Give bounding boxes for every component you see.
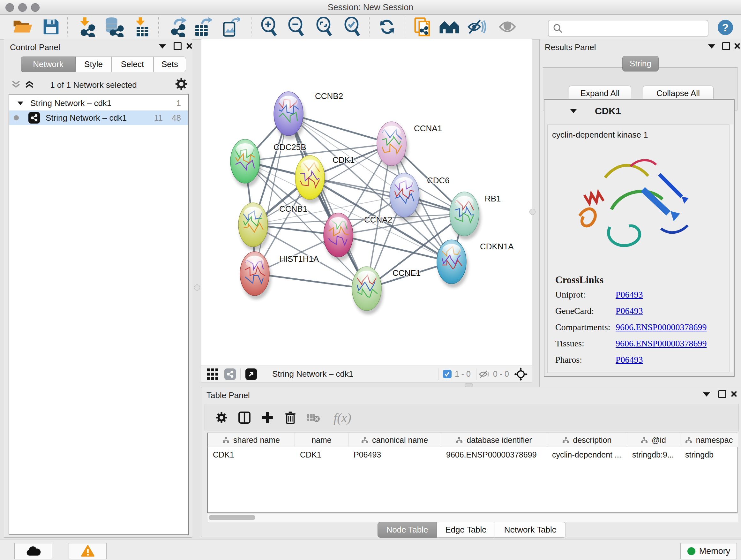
edge-CCNA2-CDKN1A[interactable] — [338, 235, 452, 262]
edge-HIST1H1A-CCNE1[interactable] — [255, 273, 367, 289]
import-table-file-button[interactable] — [130, 17, 154, 37]
crosslink-label: Pharos: — [555, 355, 582, 365]
hidden-eye-slash-icon[interactable] — [478, 369, 490, 379]
table-cell[interactable]: cyclin-dependent ... — [547, 448, 627, 461]
node-RB1[interactable]: RB1 — [450, 192, 501, 240]
help-button[interactable]: ? — [718, 20, 733, 35]
node-label-HIST1H1A: HIST1H1A — [279, 254, 319, 264]
zoom-in-button[interactable] — [257, 17, 281, 37]
zoom-out-button[interactable] — [284, 17, 308, 37]
node-CCNA2[interactable]: CCNA2 — [324, 213, 392, 261]
zoom-fit-button[interactable] — [313, 17, 336, 37]
grid-view-icon[interactable] — [206, 368, 219, 380]
duplicate-network-button[interactable] — [411, 17, 434, 37]
table-panel-float-icon[interactable] — [718, 390, 726, 398]
zoom-selected-button[interactable] — [340, 17, 364, 37]
import-network-file-button[interactable] — [75, 17, 98, 37]
network-graph[interactable]: CCNB2CCNA1CDC25BCDK1CDC6RB1CCNB1CCNA2CDK… — [201, 39, 532, 366]
gene-section-collapse-icon[interactable] — [570, 109, 577, 113]
tab-node-table[interactable]: Node Table — [378, 522, 437, 538]
tab-string[interactable]: String — [622, 56, 659, 71]
table-options-gear-icon[interactable] — [210, 411, 233, 424]
results-panel-menu-icon[interactable] — [708, 44, 715, 49]
table-cell[interactable]: stringdb:9... — [627, 448, 680, 461]
crosslink-link[interactable]: P06493 — [616, 290, 643, 300]
left-splitter-handle[interactable] — [194, 285, 200, 291]
cloud-status-button[interactable] — [14, 543, 52, 559]
toolbar-separator — [404, 17, 404, 37]
control-panel-menu-icon[interactable] — [159, 44, 166, 49]
show-columns-icon[interactable] — [233, 411, 256, 424]
column-header-description[interactable]: description — [547, 433, 627, 447]
crosslink-link[interactable]: P06493 — [616, 355, 643, 365]
node-CDC6[interactable]: CDC6 — [390, 173, 450, 221]
network-row-selected[interactable]: String Network – cdk1 11 48 — [9, 111, 188, 125]
table-cell[interactable]: stringdb — [680, 448, 738, 461]
edge-CCNB2-HIST1H1A[interactable] — [255, 114, 288, 273]
search-input[interactable] — [566, 23, 708, 34]
table-cell[interactable]: CDK1 — [295, 448, 348, 461]
warnings-button[interactable] — [69, 543, 107, 559]
save-floppy-icon — [42, 18, 60, 36]
collapse-all-networks-icon[interactable] — [10, 79, 21, 89]
node-CDKN1A[interactable]: CDKN1A — [437, 240, 514, 288]
expand-all-button[interactable]: Expand All — [569, 85, 631, 101]
table-h-scrollbar[interactable] — [207, 514, 738, 522]
column-header--id[interactable]: @id — [627, 433, 680, 447]
selected-nodes-checkbox[interactable] — [443, 370, 452, 378]
column-header-database-identifier[interactable]: database identifier — [441, 433, 547, 447]
memory-button[interactable]: Memory — [680, 543, 737, 559]
table-panel-menu-icon[interactable] — [703, 392, 710, 396]
create-column-plus-icon[interactable] — [256, 412, 279, 424]
control-panel-float-icon[interactable] — [174, 42, 182, 50]
network-canvas[interactable]: CCNB2CCNA1CDC25BCDK1CDC6RB1CCNB1CCNA2CDK… — [201, 39, 532, 366]
network-view-type-icon[interactable] — [224, 368, 236, 380]
tab-network-table[interactable]: Network Table — [495, 522, 566, 538]
results-panel-title: Results Panel — [545, 43, 596, 52]
collection-expand-icon[interactable] — [17, 102, 23, 105]
export-table-button[interactable] — [191, 17, 214, 37]
apply-layout-button[interactable] — [375, 17, 399, 37]
open-session-button[interactable] — [10, 17, 34, 37]
fit-content-crosshair-icon[interactable] — [514, 368, 528, 381]
control-panel-close-icon[interactable] — [186, 43, 193, 50]
tab-sets[interactable]: Sets — [153, 57, 186, 72]
column-header-namespac[interactable]: namespac — [680, 433, 738, 447]
node-HIST1H1A[interactable]: HIST1H1A — [240, 252, 319, 300]
tab-style[interactable]: Style — [76, 57, 111, 72]
results-panel-close-icon[interactable] — [734, 43, 741, 50]
table-cell[interactable]: CDK1 — [208, 448, 295, 461]
table-cell[interactable]: P06493 — [348, 448, 441, 461]
delete-column-trash-icon[interactable] — [279, 411, 302, 424]
table-cell[interactable]: 9606.ENSP00000378699 — [441, 448, 547, 461]
table-panel-close-icon[interactable] — [731, 390, 738, 397]
show-all-button[interactable] — [495, 17, 519, 37]
results-panel-float-icon[interactable] — [722, 42, 730, 50]
tab-select[interactable]: Select — [111, 57, 153, 72]
zoom-fit-icon — [315, 17, 334, 37]
column-header-name[interactable]: name — [295, 433, 348, 447]
network-collection-row[interactable]: String Network – cdk1 1 — [9, 96, 188, 111]
export-image-button[interactable] — [219, 17, 242, 37]
gene-details: cyclin-dependent kinase 1 CrossLinks Uni… — [547, 125, 729, 373]
collapse-all-button[interactable]: Collapse All — [643, 85, 714, 101]
crosslink-link[interactable]: 9606.ENSP00000378699 — [616, 322, 706, 332]
export-network-button[interactable] — [166, 17, 190, 37]
birds-eye-view-icon[interactable] — [246, 368, 257, 380]
table-h-scrollbar-thumb[interactable] — [209, 515, 255, 520]
crosslink-link[interactable]: 9606.ENSP00000378699 — [616, 338, 706, 349]
results-scrollbar[interactable] — [729, 125, 733, 372]
column-header-shared-name[interactable]: shared name — [208, 433, 295, 447]
expand-all-networks-icon[interactable] — [24, 79, 35, 89]
hide-selected-button[interactable] — [465, 17, 488, 37]
tab-network[interactable]: Network — [21, 57, 76, 72]
network-options-gear-icon[interactable] — [175, 78, 188, 90]
node-CCNA1[interactable]: CCNA1 — [377, 122, 442, 170]
first-neighbors-button[interactable] — [437, 17, 461, 37]
column-header-canonical-name[interactable]: canonical name — [348, 433, 441, 447]
right-splitter-handle[interactable] — [529, 209, 536, 215]
import-network-database-button[interactable] — [102, 17, 125, 37]
tab-edge-table[interactable]: Edge Table — [437, 522, 495, 538]
crosslink-link[interactable]: P06493 — [616, 306, 643, 316]
save-session-button[interactable] — [39, 17, 63, 37]
